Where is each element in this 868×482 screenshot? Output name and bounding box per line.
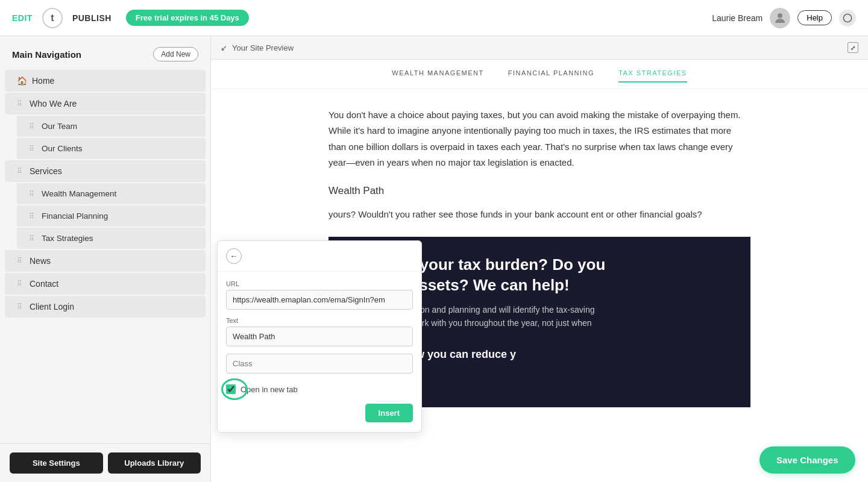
logo-circle: t	[42, 8, 63, 28]
sidebar-item-services[interactable]: ⠿ Services	[5, 160, 206, 182]
sidebar-header: Main Navigation Add New	[0, 36, 210, 70]
sidebar-item-financial-planning[interactable]: ⠿ Financial Planning	[17, 205, 206, 227]
sidebar-item-our-clients[interactable]: ⠿ Our Clients	[17, 138, 206, 159]
avatar	[770, 8, 790, 28]
nav-list: 🏠 Home ⠿ Who We Are ⠿ Our Team ⠿ Our Cli…	[0, 70, 210, 443]
url-input[interactable]	[226, 290, 413, 310]
drag-handle-icon: ⠿	[17, 280, 22, 288]
help-button[interactable]: Help	[797, 10, 832, 25]
user-name: Laurie Bream	[712, 13, 763, 23]
site-settings-button[interactable]: Site Settings	[10, 452, 103, 474]
wealth-path-link[interactable]: Wealth Path	[329, 185, 750, 197]
sidebar-item-home[interactable]: 🏠 Home	[5, 70, 206, 92]
top-bar: EDIT t PUBLISH Free trial expires in 45 …	[0, 0, 868, 36]
save-bar: Save Changes	[747, 438, 868, 482]
notification-icon[interactable]	[839, 10, 856, 27]
sidebar-item-wealth-management[interactable]: ⠿ Wealth Management	[17, 183, 206, 204]
cta-partial-text: yours? Wouldn't you rather see those fun…	[329, 207, 750, 222]
popup-header: ←	[218, 241, 421, 272]
collapse-icon[interactable]: ⤢	[848, 42, 858, 53]
drag-handle-icon: ⠿	[29, 212, 34, 221]
drag-handle-icon: ⠿	[17, 257, 22, 265]
sidebar-item-who-we-are[interactable]: ⠿ Who We Are	[5, 93, 206, 114]
top-bar-right: Laurie Bream Help	[712, 8, 856, 28]
save-changes-button[interactable]: Save Changes	[760, 446, 855, 474]
drag-handle-icon: ⠿	[29, 145, 34, 153]
link-edit-popup: ← URL Text Open in new tab	[217, 240, 422, 433]
site-nav-financial-planning[interactable]: FINANCIAL PLANNING	[508, 69, 594, 83]
svg-point-0	[778, 13, 782, 18]
preview-label: Your Site Preview	[232, 43, 294, 52]
sidebar-item-our-team[interactable]: ⠿ Our Team	[17, 116, 206, 137]
site-nav-tax-strategies[interactable]: TAX STRATEGIES	[618, 69, 687, 83]
drag-handle-icon: ⠿	[17, 167, 22, 175]
site-nav-wealth-management[interactable]: WEALTH MANAGEMENT	[392, 69, 483, 83]
checkbox-highlight	[221, 378, 248, 400]
uploads-library-button[interactable]: Uploads Library	[108, 452, 201, 474]
resize-icon: ↙	[221, 43, 227, 52]
svg-point-1	[843, 14, 851, 22]
open-new-tab-row: Open in new tab	[226, 381, 413, 398]
text-field: Text	[226, 317, 413, 346]
insert-button[interactable]: Insert	[365, 404, 413, 422]
popup-body: URL Text Open in new tab	[218, 272, 421, 398]
drag-handle-icon: ⠿	[29, 122, 34, 131]
sidebar-item-news[interactable]: ⠿ News	[5, 250, 206, 272]
body-text: You don't have a choice about paying tax…	[329, 107, 750, 171]
preview-bar-left: ↙ Your Site Preview	[221, 43, 294, 52]
sidebar-item-tax-strategies[interactable]: ⠿ Tax Strategies	[17, 228, 206, 249]
site-preview: WEALTH MANAGEMENT FINANCIAL PLANNING TAX…	[211, 60, 868, 482]
edit-button[interactable]: EDIT	[12, 13, 33, 23]
drag-handle-icon: ⠿	[17, 302, 22, 311]
site-nav: WEALTH MANAGEMENT FINANCIAL PLANNING TAX…	[211, 60, 868, 89]
drag-handle-icon: ⠿	[17, 99, 22, 108]
text-input[interactable]	[226, 327, 413, 346]
sidebar-item-contact[interactable]: ⠿ Contact	[5, 273, 206, 295]
add-new-button[interactable]: Add New	[153, 47, 198, 61]
home-icon: 🏠	[17, 76, 27, 86]
class-input[interactable]	[226, 354, 413, 374]
back-button[interactable]: ←	[226, 248, 242, 264]
open-new-tab-label: Open in new tab	[241, 385, 298, 394]
sidebar-item-client-login[interactable]: ⠿ Client Login	[5, 296, 206, 318]
preview-bar: ↙ Your Site Preview ⤢	[211, 36, 868, 60]
popup-insert-row: Insert	[218, 398, 421, 422]
sidebar: Main Navigation Add New 🏠 Home ⠿ Who We …	[0, 36, 211, 482]
trial-badge: Free trial expires in 45 Days	[126, 10, 249, 26]
main-layout: Main Navigation Add New 🏠 Home ⠿ Who We …	[0, 36, 868, 482]
sidebar-footer: Site Settings Uploads Library	[0, 443, 210, 482]
drag-handle-icon: ⠿	[29, 190, 34, 198]
drag-handle-icon: ⠿	[29, 234, 34, 243]
sidebar-title: Main Navigation	[12, 49, 81, 60]
publish-button[interactable]: PUBLISH	[72, 13, 112, 23]
text-label: Text	[226, 317, 413, 324]
url-field: URL	[226, 280, 413, 310]
preview-area: ↙ Your Site Preview ⤢ WEALTH MANAGEMENT …	[211, 36, 868, 482]
url-label: URL	[226, 280, 413, 287]
